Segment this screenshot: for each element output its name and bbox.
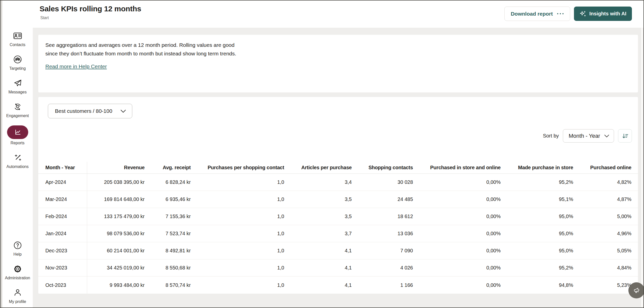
cell-value: 98 079 536,00 kr	[87, 225, 145, 242]
cell-value: 0,00%	[413, 242, 501, 259]
cell-value: 1,0	[191, 191, 284, 208]
cell-value: 8 492,81 kr	[145, 242, 191, 259]
cell-month-year: Feb-2024	[38, 208, 87, 225]
table-row: Mar-2024169 814 648,00 kr6 935,46 kr1,03…	[38, 191, 638, 208]
column-header: Shopping contacts	[352, 162, 413, 174]
sort-by-label: Sort by	[543, 133, 559, 139]
cell-value: 1,0	[191, 277, 284, 294]
cell-value: 169 814 648,00 kr	[87, 191, 145, 208]
line-chart-icon	[7, 125, 28, 139]
cell-value: 0,00%	[413, 174, 501, 191]
sidebar-item-label: Automations	[7, 164, 29, 169]
cell-value: 95,2%	[501, 259, 573, 276]
cell-value: 8 570,74 kr	[145, 277, 191, 294]
kpi-table: Month - YearRevenueAvg. receiptPurchases…	[38, 162, 638, 294]
cell-value: 9 993 484,00 kr	[87, 277, 145, 294]
table-row: Apr-2024205 038 395,00 kr6 828,24 kr1,03…	[38, 174, 638, 191]
sidebar-item-my-profile[interactable]: My profile	[3, 288, 32, 304]
sidebar-item-label: Messages	[8, 90, 26, 94]
table-row: Oct-20239 993 484,00 kr8 570,74 kr1,04,1…	[38, 277, 638, 294]
cell-month-year: Nov-2023	[38, 259, 87, 276]
column-header: Month - Year	[38, 162, 87, 174]
cell-value: 34 425 019,00 kr	[87, 259, 145, 276]
cell-month-year: Mar-2024	[38, 191, 87, 208]
sidebar-item-label: My profile	[9, 299, 26, 304]
breadcrumb: Start	[40, 16, 49, 20]
cell-value: 8 550,68 kr	[145, 259, 191, 276]
cell-value: 4,96%	[573, 225, 631, 242]
kpi-table-body: Apr-2024205 038 395,00 kr6 828,24 kr1,03…	[38, 174, 638, 294]
cell-value: 1,0	[191, 208, 284, 225]
column-header: Purchased online	[573, 162, 631, 174]
gear-icon	[12, 264, 23, 274]
cell-value: 30 028	[352, 174, 413, 191]
sidebar-item-reports[interactable]: Reports	[3, 125, 32, 145]
cell-value: 1,0	[191, 225, 284, 242]
cell-value: 4,1	[284, 242, 352, 259]
ai-sparkle-icon	[579, 10, 586, 17]
cell-value: 95,0%	[501, 225, 573, 242]
top-bar: Sales KPIs rolling 12 months Start Downl…	[2, 1, 643, 28]
sidebar-item-targeting[interactable]: Targeting	[3, 54, 32, 71]
cell-value: 4,84%	[573, 259, 631, 276]
cell-month-year: Jan-2024	[38, 225, 87, 242]
kpi-table-card: Best customers / 80-100 Sort by Month - …	[38, 97, 638, 294]
cell-value: 24 485	[352, 191, 413, 208]
sidebar-item-contacts[interactable]: Contacts	[3, 31, 32, 47]
cell-value: 133 175 479,00 kr	[87, 208, 145, 225]
cell-value: 5,00%	[573, 208, 631, 225]
sort-controls: Sort by Month - Year	[543, 129, 632, 143]
sidebar-item-messages[interactable]: Messages	[3, 78, 32, 94]
megaphone-icon	[632, 286, 641, 295]
insights-with-ai-button[interactable]: Insights with AI	[574, 7, 632, 21]
cell-value: 3,7	[284, 225, 352, 242]
cell-value: 13 036	[352, 225, 413, 242]
column-header: Revenue	[87, 162, 145, 174]
sidebar-item-help[interactable]: Help	[3, 240, 32, 257]
paper-plane-icon	[12, 78, 23, 88]
person-icon	[12, 288, 23, 298]
cell-value: 5,23%	[573, 277, 631, 294]
sort-direction-button[interactable]	[618, 129, 632, 143]
cell-value: 7 523,74 kr	[145, 225, 191, 242]
insights-ai-label: Insights with AI	[589, 11, 626, 17]
cell-value: 3,4	[284, 174, 352, 191]
sort-dropdown[interactable]: Month - Year	[563, 129, 614, 143]
segment-dropdown-value: Best customers / 80-100	[55, 108, 112, 114]
cell-value: 4 026	[352, 259, 413, 276]
sort-dropdown-value: Month - Year	[569, 133, 600, 139]
column-header: Made purchase in store	[501, 162, 573, 174]
table-row: Jan-202498 079 536,00 kr7 523,74 kr1,03,…	[38, 225, 638, 242]
download-report-button[interactable]: Download report	[504, 7, 570, 21]
cell-month-year: Apr-2024	[38, 174, 87, 191]
heart-refresh-icon	[12, 102, 23, 112]
sidebar-item-automations[interactable]: Automations	[3, 153, 32, 169]
cell-value: 0,00%	[413, 225, 501, 242]
report-description-text: See aggregations and averages over a 12 …	[45, 41, 244, 58]
cell-value: 205 038 395,00 kr	[87, 174, 145, 191]
cell-value: 6 828,24 kr	[145, 174, 191, 191]
segment-dropdown[interactable]: Best customers / 80-100	[48, 104, 132, 118]
cell-value: 18 612	[352, 208, 413, 225]
sidebar-item-label: Engagement	[6, 114, 29, 118]
cell-value: 1 166	[352, 277, 413, 294]
help-center-link[interactable]: Read more in Help Center	[45, 63, 107, 70]
column-header: Avg. receipt	[145, 162, 191, 174]
sidebar-item-engagement[interactable]: Engagement	[3, 102, 32, 118]
cell-value: 1,0	[191, 174, 284, 191]
report-description-card: See aggregations and averages over a 12 …	[38, 35, 638, 92]
cell-value: 94,8%	[501, 277, 573, 294]
cell-value: 0,00%	[413, 208, 501, 225]
scrollbar[interactable]	[641, 28, 643, 307]
cell-value: 7 090	[352, 242, 413, 259]
window-edge-strip	[1, 1, 2, 307]
sidebar-item-administration[interactable]: Administration	[3, 264, 32, 280]
cell-value: 0,00%	[413, 277, 501, 294]
announcements-fab-button[interactable]	[628, 282, 644, 298]
cell-value: 95,2%	[501, 174, 573, 191]
cell-value: 6 935,46 kr	[145, 191, 191, 208]
cell-value: 0,00%	[413, 259, 501, 276]
sidebar-item-label: Contacts	[10, 43, 25, 47]
sidebar-item-label: Help	[13, 252, 22, 257]
cell-value: 1,0	[191, 242, 284, 259]
